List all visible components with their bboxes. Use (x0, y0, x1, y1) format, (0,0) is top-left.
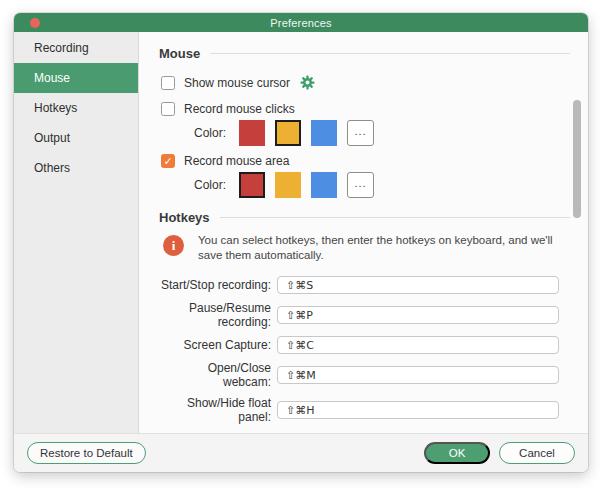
hotkey-label-pause-resume: Pause/Resume recording: (159, 301, 271, 329)
show-mouse-cursor-row: Show mouse cursor (161, 75, 570, 90)
clicks-color-row: Color: ... (194, 120, 570, 146)
hotkey-input-float-panel[interactable] (277, 401, 559, 419)
preferences-window: Preferences Recording Mouse Hotkeys Outp… (14, 13, 588, 472)
record-mouse-area-checkbox[interactable]: ✓ (161, 154, 175, 168)
hotkey-input-webcam[interactable] (277, 366, 559, 384)
window-body: Recording Mouse Hotkeys Output Others Mo… (14, 32, 588, 433)
hotkey-label-screen-capture: Screen Capture: (159, 338, 271, 352)
record-mouse-clicks-label: Record mouse clicks (184, 102, 295, 116)
area-color-row: Color: ... (194, 172, 570, 198)
hotkey-input-start-stop[interactable] (277, 276, 559, 294)
area-color-red-swatch[interactable] (239, 172, 265, 198)
hotkey-label-start-stop: Start/Stop recording: (159, 278, 271, 292)
gear-icon[interactable] (300, 75, 315, 90)
hotkey-input-pause-resume[interactable] (277, 306, 559, 324)
clicks-color-more-button[interactable]: ... (347, 120, 374, 146)
divider (220, 217, 570, 218)
content-pane: Mouse Show mouse cursor (139, 32, 588, 433)
record-mouse-area-label: Record mouse area (184, 154, 289, 168)
area-color-yellow-swatch[interactable] (275, 172, 301, 198)
hotkeys-info-row: i You can select hotkeys, then enter the… (163, 233, 570, 263)
close-button[interactable] (30, 18, 40, 28)
hotkey-row: Pause/Resume recording: (159, 301, 570, 329)
hotkeys-section-title: Hotkeys (159, 210, 210, 225)
hotkeys-info-text: You can select hotkeys, then enter the h… (198, 233, 570, 263)
show-mouse-cursor-checkbox[interactable] (161, 76, 175, 90)
sidebar: Recording Mouse Hotkeys Output Others (14, 32, 139, 433)
sidebar-item-others[interactable]: Others (14, 153, 138, 183)
restore-default-button[interactable]: Restore to Default (27, 442, 146, 464)
mouse-section-header: Mouse (159, 46, 570, 61)
record-mouse-clicks-row: Record mouse clicks (161, 102, 570, 116)
area-color-more-button[interactable]: ... (347, 172, 374, 198)
hotkey-row: Screen Capture: (159, 336, 570, 354)
clicks-color-label: Color: (194, 126, 226, 140)
clicks-color-blue-swatch[interactable] (311, 120, 337, 146)
sidebar-item-hotkeys[interactable]: Hotkeys (14, 93, 138, 123)
hotkey-row: Show/Hide float panel: (159, 396, 570, 424)
hotkeys-section-header: Hotkeys (159, 210, 570, 225)
record-mouse-area-row: ✓ Record mouse area (161, 154, 570, 168)
info-icon: i (163, 235, 184, 256)
record-mouse-clicks-checkbox[interactable] (161, 102, 175, 116)
clicks-color-yellow-swatch[interactable] (275, 120, 301, 146)
hotkey-row: Open/Close webcam: (159, 361, 570, 389)
mouse-section-title: Mouse (159, 46, 200, 61)
clicks-color-red-swatch[interactable] (239, 120, 265, 146)
screen: Preferences Recording Mouse Hotkeys Outp… (0, 0, 600, 491)
footer-bar: Restore to Default OK Cancel (14, 433, 588, 472)
hotkey-row: Start/Stop recording: (159, 276, 570, 294)
sidebar-item-mouse[interactable]: Mouse (14, 63, 138, 93)
divider (210, 53, 570, 54)
scrollbar-thumb[interactable] (573, 100, 581, 218)
window-title: Preferences (270, 17, 332, 29)
hotkey-label-float-panel: Show/Hide float panel: (159, 396, 271, 424)
cancel-button[interactable]: Cancel (499, 442, 575, 464)
sidebar-item-recording[interactable]: Recording (14, 33, 138, 63)
hotkey-label-webcam: Open/Close webcam: (159, 361, 271, 389)
ok-button[interactable]: OK (424, 442, 490, 464)
show-mouse-cursor-label: Show mouse cursor (184, 76, 290, 90)
sidebar-item-output[interactable]: Output (14, 123, 138, 153)
area-color-blue-swatch[interactable] (311, 172, 337, 198)
hotkeys-form: Start/Stop recording: Pause/Resume recor… (159, 276, 570, 424)
titlebar: Preferences (14, 13, 588, 32)
hotkey-input-screen-capture[interactable] (277, 336, 559, 354)
area-color-label: Color: (194, 178, 226, 192)
